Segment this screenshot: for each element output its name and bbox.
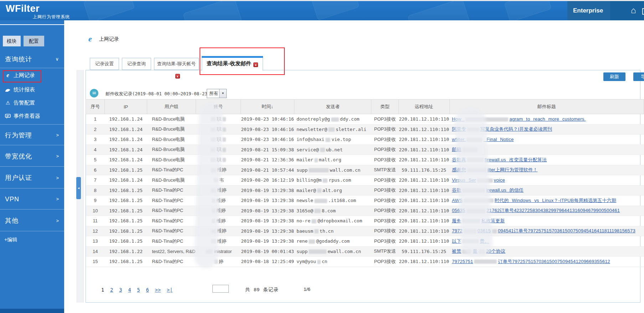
user-group-cell: R&D-Tina的PC [147,196,196,206]
email-title-link[interactable]: How agram to reach more customers. [450,116,643,122]
ip-cell: 192.168.1.25 [105,216,147,226]
close-icon[interactable]: x [253,62,258,67]
email-title-link[interactable]: 谷歌再firewall.us 改变流量分配算法 [450,157,643,163]
row-number-cell: 3 [86,135,105,145]
type-cell: POP3接收 [371,145,398,155]
sidebar-group-others[interactable]: 其他 > [0,211,64,231]
clipped-menu-icon[interactable] [642,8,644,15]
app-logo: WFilter [6,3,40,14]
sidebar-group-label: 用户认证 [5,168,32,188]
sidebar-divider [0,188,64,188]
page-link[interactable]: 4 [128,287,131,293]
redaction-blur [212,198,215,203]
redaction-blur [477,178,493,183]
row-number-cell: 14 [86,246,105,257]
export-button[interactable]: 导出 [633,72,644,81]
home-icon[interactable]: ⌂ [631,6,636,15]
close-icon[interactable]: x [175,74,180,79]
email-title-link[interactable]: 797203615094541订单号7972575157036150075094… [450,228,643,234]
ip-cell: 192.168.1.24 [105,145,147,155]
sender-cell: suppwall.com.cn [294,165,371,175]
user-group-cell: R&D-Bruce电脑 [147,155,196,165]
sidebar-group-vpn[interactable]: VPN > [0,189,64,209]
sidebar-group-bandwidth[interactable]: 带宽优化 > [0,146,64,166]
sidebar-tab-modules[interactable]: 模块 [3,36,21,46]
email-title-link[interactable]: 79725751订单号79725751570361500750945412096… [450,258,643,265]
header-decoration [407,1,470,20]
account-cell: 职 [196,155,241,165]
account-cell: 职 [196,145,241,155]
email-title-link[interactable]: AWS时代的 Windows vs Linux？-ITPUB每周精选第五十六期 [450,197,643,204]
email-title-link[interactable]: wfilter. Final Notice [450,137,643,142]
table-row: 13192.168.1.25R&D-Tina的PC维婷2019-08-19 13… [86,236,644,247]
total-count: 89 [254,287,260,292]
remote-address-cell: 220.181.12.110:110 [398,196,449,206]
email-title-link[interactable]: 0563521762订单号423272583043829979644131609… [450,207,643,214]
type-cell: POP3接收 [371,257,398,267]
page-link[interactable]: 2 [110,287,113,293]
ip-cell: 192.168.1.24 [105,155,147,165]
redaction-blur [331,117,339,122]
app-header: WFilter 上网行为管理系统 [0,1,644,20]
tab-record-settings[interactable]: 记录设置 [90,58,119,70]
remote-address-cell: 220.181.12.110:110 [398,145,449,155]
type-cell: POP3接收 [371,196,398,206]
redaction-blur [222,127,226,132]
mail-icon: ✉ [90,89,98,97]
email-records-table: 序号IP用户组账号时间↓发送者类型远程地址邮件标题 1192.168.1.24R… [86,99,644,267]
last-page-link[interactable]: >| [167,287,172,293]
sidebar-collapse-handle[interactable]: ◂ [76,177,81,199]
row-number-cell: 7 [86,175,105,186]
sender-cell: newsle.it168.com [294,196,371,206]
refresh-button[interactable]: 刷新 [603,72,625,81]
next-pages-link[interactable]: >> [155,287,161,293]
redaction-blur [211,188,216,193]
sidebar-item-event-viewer[interactable]: 事件查看器 [0,111,64,121]
ip-cell: 192.168.1.22 [105,246,147,257]
email-title-link[interactable]: 感谢您ilter上网行为管理软件！ [450,167,643,173]
page-link[interactable]: 6 [146,287,149,293]
tab-result-emails[interactable]: 查询结果-收发邮件x [202,56,263,71]
chevron-right-icon: > [56,211,59,231]
page-link[interactable]: 5 [137,287,140,293]
redaction-blur [206,249,213,254]
sidebar-tab-config[interactable]: 配置 [24,36,44,46]
table-row: 11192.168.1.25R&D-Tina的PC维婷2019-08-19 13… [86,216,644,226]
tab-result-chat-accounts[interactable]: 查询结果-聊天帐号x [154,58,199,70]
redaction-blur [467,158,484,162]
redaction-blur [314,209,321,213]
email-title-link[interactable]: Virpus Servoice [450,177,643,183]
sidebar-item-web-records[interactable]: e 上网记录 [0,70,64,81]
sidebar-item-stat-reports[interactable]: 统计报表 [0,84,64,95]
redaction-blur [479,249,485,254]
email-title-link[interactable]: 服务私政策更新 [450,218,643,224]
redaction-blur [214,178,218,182]
sidebar-group-behavior[interactable]: 行为管理 > [0,126,64,145]
sidebar-group-user-auth[interactable]: 用户认证 > [0,168,64,188]
redaction-blur [462,148,477,152]
sidebar-edit-button[interactable]: +编辑 [4,235,17,244]
dropdown-arrow-button[interactable]: ▼ [219,89,226,98]
time-cell: 2019-08-19 13:29:38 [241,236,294,247]
email-title-link[interactable]: 阿里专写复杂业务代码？|开发者必读周刊 [450,126,643,132]
type-cell: POP3接收 [371,135,398,145]
page-jump-input[interactable] [212,285,229,293]
user-group-cell: R&D-Tina的PC [147,216,196,226]
column-header[interactable]: 时间↓ [241,100,294,114]
email-title-link[interactable]: 以下费。 [450,238,643,244]
email-title-link[interactable]: 被禁最20个协议 [450,248,643,254]
row-number-cell: 5 [86,155,105,165]
page-link[interactable]: 3 [119,287,122,293]
tab-record-query[interactable]: 记录查询 [122,58,151,70]
sender-cell: suppewall.com.cn [294,246,371,257]
title-cell: 0563521762订单号423272583043829979644131609… [449,206,644,216]
sender-cell: donotreply@gddy.com [294,114,371,125]
remote-address-cell: 220.181.12.110:110 [398,155,449,165]
account-cell: inistrator [196,246,241,257]
email-title-link[interactable]: 谷歌irewall.us 的信任 [450,187,643,193]
type-filter-dropdown[interactable]: 所有 ▼ [207,89,227,98]
email-title-link[interactable]: 邮箱 [450,146,643,153]
sidebar-item-alert-config[interactable]: ⚠ 告警配置 [0,97,64,108]
redaction-blur [328,127,335,132]
sidebar-group-query-stats[interactable]: 查询统计 ∨ [0,53,64,66]
